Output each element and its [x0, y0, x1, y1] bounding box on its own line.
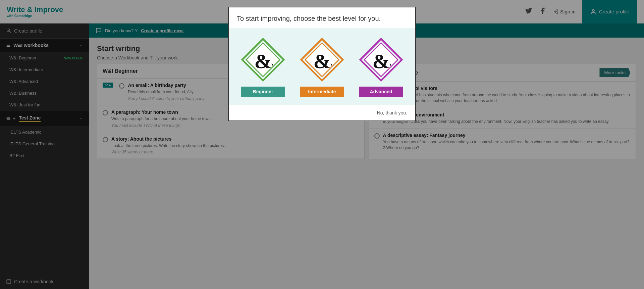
svg-text:&: & [254, 50, 272, 73]
level-selection-modal: To start improving, choose the best leve… [228, 7, 416, 121]
level-card-beginner[interactable]: & › Beginner [237, 36, 289, 97]
intermediate-button[interactable]: Intermediate [300, 87, 344, 97]
advanced-button[interactable]: Advanced [359, 87, 403, 97]
modal-body: & › Beginner & › [229, 28, 415, 105]
svg-text:&: & [372, 50, 390, 73]
modal-footer: No, thank you. [229, 105, 415, 121]
svg-text:›: › [330, 60, 332, 68]
advanced-diamond: & › [358, 36, 405, 83]
beginner-diamond: & › [239, 36, 286, 83]
no-thanks-button[interactable]: No, thank you. [377, 110, 407, 115]
modal-title: To start improving, choose the best leve… [229, 7, 415, 28]
svg-text:›: › [271, 60, 273, 68]
beginner-button[interactable]: Beginner [241, 87, 285, 97]
level-card-intermediate[interactable]: & › Intermediate [296, 36, 348, 97]
svg-text:›: › [389, 60, 391, 68]
modal-overlay[interactable]: To start improving, choose the best leve… [0, 0, 644, 289]
svg-text:&: & [313, 50, 331, 73]
level-card-advanced[interactable]: & › Advanced [355, 36, 407, 97]
intermediate-diamond: & › [299, 36, 345, 83]
